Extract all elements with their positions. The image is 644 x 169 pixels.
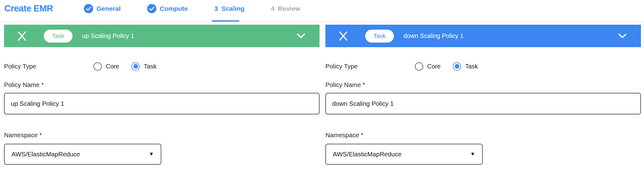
policy-card-title: down Scaling Policy 1 — [403, 32, 464, 39]
step-label: Scaling — [221, 5, 245, 12]
radio-task[interactable]: Task — [131, 62, 156, 71]
close-icon[interactable] — [338, 31, 348, 41]
step-review[interactable]: 4 Review — [271, 4, 300, 14]
namespace-select[interactable]: AWS/ElasticMapReduce ▼ — [4, 144, 161, 165]
policy-type-row: Policy Type Core Task — [4, 62, 320, 71]
step-compute[interactable]: Compute — [147, 4, 188, 14]
step-label: Review — [278, 5, 300, 12]
step-scaling[interactable]: 3 Scaling — [214, 4, 244, 14]
page-title: Create EMR — [4, 4, 53, 13]
scaling-policies-row: Task up Scaling Policy 1 Policy Type Cor… — [0, 22, 644, 165]
chevron-down-icon[interactable] — [618, 33, 627, 39]
policy-type-badge: Task — [44, 30, 72, 43]
namespace-select-value: AWS/ElasticMapReduce — [333, 150, 402, 158]
scale-down-policy-card: Task down Scaling Policy 1 Policy Type C… — [325, 25, 641, 165]
policy-type-badge: Task — [365, 30, 394, 43]
radio-task-label: Task — [465, 63, 478, 70]
policy-name-label: Policy Name * — [325, 81, 641, 89]
policy-type-row: Policy Type Core Task — [325, 62, 641, 71]
namespace-select-value: AWS/ElasticMapReduce — [11, 150, 80, 158]
radio-core[interactable]: Core — [415, 62, 440, 71]
step-label: Compute — [160, 5, 188, 12]
radio-task-circle-icon[interactable] — [131, 62, 140, 71]
step-number: 4 — [271, 5, 275, 12]
radio-core-label: Core — [427, 63, 440, 70]
scale-up-policy-card: Task up Scaling Policy 1 Policy Type Cor… — [4, 25, 320, 165]
radio-core-circle-icon[interactable] — [415, 62, 423, 71]
wizard-header: Create EMR General Compute 3 Scaling 4 R… — [0, 0, 644, 22]
namespace-label: Namespace * — [325, 131, 641, 139]
radio-task-label: Task — [144, 63, 156, 70]
policy-type-label: Policy Type — [4, 63, 93, 70]
namespace-label: Namespace * — [4, 131, 320, 139]
namespace-select[interactable]: AWS/ElasticMapReduce ▼ — [325, 144, 483, 165]
policy-name-input[interactable] — [4, 93, 320, 114]
policy-type-label: Policy Type — [325, 63, 415, 70]
caret-down-icon: ▼ — [470, 151, 475, 157]
step-general[interactable]: General — [84, 4, 121, 14]
radio-task[interactable]: Task — [453, 62, 478, 71]
radio-core-label: Core — [106, 63, 119, 70]
policy-name-label: Policy Name * — [4, 81, 320, 89]
policy-card-header[interactable]: Task down Scaling Policy 1 — [325, 25, 641, 47]
step-number: 3 — [214, 5, 218, 12]
policy-card-title: up Scaling Policy 1 — [82, 32, 134, 39]
step-label: General — [97, 5, 121, 12]
chevron-down-icon[interactable] — [297, 33, 305, 39]
radio-task-circle-icon[interactable] — [453, 62, 461, 71]
policy-card-header[interactable]: Task up Scaling Policy 1 — [4, 25, 320, 47]
caret-down-icon: ▼ — [149, 151, 154, 157]
check-circle-icon — [147, 4, 156, 13]
radio-core-circle-icon[interactable] — [93, 62, 102, 71]
policy-name-input[interactable] — [325, 93, 641, 114]
close-icon[interactable] — [17, 31, 27, 41]
check-circle-icon — [84, 4, 93, 13]
radio-core[interactable]: Core — [93, 62, 119, 71]
